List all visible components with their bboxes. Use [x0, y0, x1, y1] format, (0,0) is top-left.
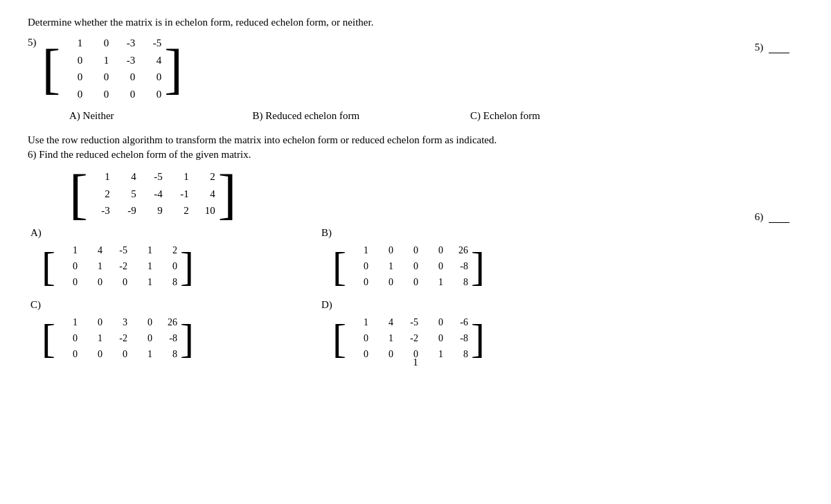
- page-number: 1: [413, 357, 418, 368]
- q6-matrix-wrap: [ 14-51225-4-14-3-99210 ]: [69, 166, 236, 222]
- q5-blank: [769, 53, 789, 53]
- matrix-cell: 1: [58, 315, 78, 330]
- page: Determine whether the matrix is in echel…: [0, 0, 831, 377]
- q6a-wrap: [ 14-51201-21000018 ]: [42, 242, 194, 291]
- matrix-cell: -5: [142, 35, 161, 51]
- matrix-cell: 0: [374, 275, 393, 289]
- matrix-cell: 0: [374, 243, 393, 258]
- q5-answers-row: A) Neither B) Reduced echelon form C) Ec…: [28, 110, 803, 122]
- matrix-cell: 1: [89, 53, 109, 69]
- matrix-cell: 4: [374, 315, 393, 330]
- matrix-cell: -5: [108, 243, 127, 258]
- q6d-section: D) [ 14-50-601-20-800018 ]: [319, 299, 485, 363]
- matrix-cell: 0: [349, 275, 368, 289]
- matrix-cell: -6: [449, 315, 468, 330]
- matrix-cell: -8: [449, 259, 468, 273]
- matrix-cell: 0: [108, 275, 127, 289]
- matrix-cell: -1: [170, 186, 189, 202]
- q6b-bracket-right: ]: [471, 246, 485, 287]
- q5-answer-c: C) Echelon form: [470, 110, 540, 122]
- q6a-section: A) [ 14-51201-21000018 ]: [28, 227, 263, 291]
- matrix-cell: 0: [349, 347, 368, 361]
- matrix-cell: -9: [117, 203, 136, 219]
- matrix-cell: 5: [117, 186, 136, 202]
- matrix-cell: 0: [399, 275, 418, 289]
- q5-right-label: 5): [755, 42, 789, 53]
- matrix-cell: 4: [196, 186, 215, 202]
- matrix-cell: 0: [424, 259, 443, 273]
- q5-bracket-left: [: [42, 41, 61, 96]
- matrix-cell: 0: [58, 347, 78, 361]
- matrix-cell: -3: [116, 35, 135, 51]
- matrix-cell: 0: [63, 87, 82, 102]
- q6c-section: C) [ 10302601-20-800018 ]: [28, 299, 263, 363]
- matrix-cell: 1: [349, 243, 368, 258]
- matrix-cell: 8: [449, 347, 468, 361]
- matrix-cell: 0: [399, 259, 418, 273]
- matrix-cell: 10: [196, 203, 215, 219]
- q6c-bracket-left: [: [42, 318, 55, 359]
- matrix-cell: 0: [424, 243, 443, 258]
- matrix-cell: -8: [449, 331, 468, 345]
- matrix-cell: -4: [143, 186, 163, 202]
- q6b-matrix-container: [ 1000260100-800018 ]: [332, 242, 485, 291]
- q6a-bracket-right: ]: [180, 246, 194, 287]
- matrix-cell: 0: [349, 331, 368, 345]
- q6c-grid: 10302601-20-800018: [55, 314, 180, 363]
- matrix-cell: 0: [63, 69, 82, 85]
- matrix-cell: 8: [158, 275, 177, 289]
- q5-bracket-right: ]: [164, 41, 183, 96]
- matrix-cell: 9: [143, 203, 163, 219]
- q6b-bracket-left: [: [332, 246, 346, 287]
- matrix-cell: -2: [108, 259, 127, 273]
- matrix-cell: 1: [58, 243, 78, 258]
- matrix-cell: 0: [58, 331, 78, 345]
- matrix-cell: 1: [424, 347, 443, 361]
- matrix-cell: 0: [158, 259, 177, 273]
- matrix-cell: 0: [399, 243, 418, 258]
- matrix-cell: -2: [108, 331, 127, 345]
- q6-given-matrix-wrap: [ 14-51225-4-14-3-99210 ]: [69, 166, 803, 222]
- q5-answer-b: B) Reduced echelon form: [253, 110, 360, 122]
- instruction2: Use the row reduction algorithm to trans…: [28, 134, 803, 146]
- q6a-grid: 14-51201-21000018: [55, 242, 180, 291]
- matrix-cell: 0: [108, 347, 127, 361]
- q6-blank: [769, 222, 789, 223]
- q6b-grid: 1000260100-800018: [346, 242, 471, 291]
- matrix-cell: 0: [89, 87, 109, 102]
- matrix-cell: 1: [63, 35, 82, 51]
- sub-col-left: A) [ 14-51201-21000018 ] C) [: [28, 227, 263, 363]
- q6-right-label: 6): [755, 211, 789, 223]
- matrix-cell: 0: [89, 35, 109, 51]
- matrix-cell: 2: [158, 243, 177, 258]
- matrix-cell: 4: [83, 243, 102, 258]
- matrix-cell: 1: [133, 347, 152, 361]
- q6-matrix-grid: 14-51225-4-14-3-99210: [88, 168, 218, 220]
- q6d-bracket-left: [: [332, 318, 346, 359]
- matrix-cell: -5: [143, 169, 163, 185]
- matrix-cell: 0: [116, 69, 135, 85]
- q6b-label: B): [321, 227, 485, 239]
- q5-row: 5) [ 10-3-501-3400000000 ]: [28, 34, 803, 103]
- q6c-bracket-right: ]: [180, 318, 194, 359]
- matrix-cell: 0: [83, 315, 102, 330]
- matrix-cell: 0: [424, 315, 443, 330]
- matrix-cell: -2: [399, 331, 418, 345]
- matrix-cell: 4: [117, 169, 136, 185]
- matrix-cell: 0: [142, 69, 161, 85]
- matrix-cell: 0: [63, 53, 82, 69]
- matrix-cell: 3: [108, 315, 127, 330]
- q5-matrix-grid: 10-3-501-3400000000: [60, 34, 164, 103]
- q6b-wrap: [ 1000260100-800018 ]: [332, 242, 485, 291]
- q6a-label: A): [30, 227, 263, 239]
- matrix-cell: 26: [449, 243, 468, 258]
- matrix-cell: 1: [83, 331, 102, 345]
- q6-bracket-right: ]: [218, 166, 237, 222]
- matrix-cell: 1: [374, 331, 393, 345]
- matrix-cell: 0: [424, 331, 443, 345]
- matrix-cell: -8: [158, 331, 177, 345]
- q5-number: 5): [28, 37, 37, 48]
- q6-sub-answers: A) [ 14-51201-21000018 ] C) [: [28, 227, 803, 363]
- matrix-cell: 8: [449, 275, 468, 289]
- matrix-cell: 0: [83, 347, 102, 361]
